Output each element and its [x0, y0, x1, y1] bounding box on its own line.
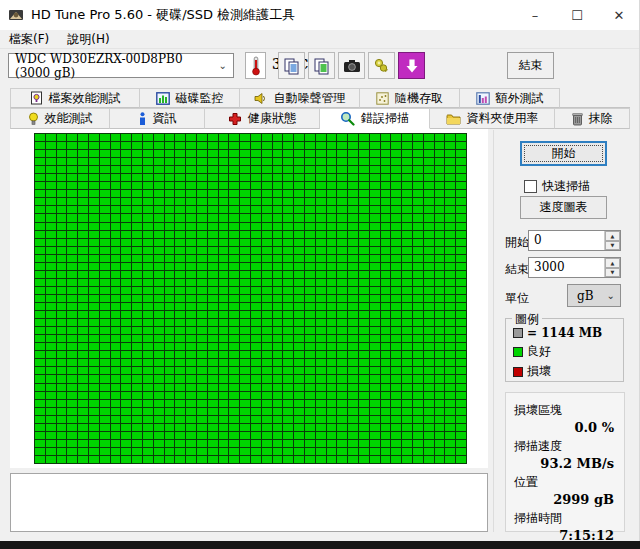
tab-info[interactable]: 資訊 [110, 108, 205, 129]
close-button[interactable]: ✕ [598, 0, 640, 30]
scan-block [67, 279, 77, 286]
scan-block [435, 367, 445, 374]
scan-block [143, 343, 153, 350]
scan-block [327, 295, 337, 302]
maximize-button[interactable]: ☐ [556, 0, 598, 30]
scan-block [327, 416, 337, 423]
scan-block [348, 416, 358, 423]
start-spin-down-icon[interactable]: ▼ [605, 241, 620, 251]
scan-block [305, 367, 315, 374]
scan-block [456, 327, 466, 334]
scan-block [186, 134, 196, 141]
end-spin-up-icon[interactable]: ▲ [605, 258, 620, 268]
copy-image-button[interactable] [308, 52, 335, 79]
scan-block [327, 375, 337, 382]
scan-block [262, 239, 272, 246]
scan-block [154, 158, 164, 165]
end-position-input[interactable]: 3000 ▲ ▼ [528, 257, 621, 278]
scan-block [57, 343, 67, 350]
scan-block [219, 327, 229, 334]
scan-block [262, 408, 272, 415]
scan-block [154, 190, 164, 197]
update-button[interactable] [398, 52, 425, 79]
scan-block [143, 134, 153, 141]
scan-block [316, 166, 326, 173]
scan-block [89, 287, 99, 294]
scan-block [402, 408, 412, 415]
scan-block [381, 279, 391, 286]
scan-block [435, 279, 445, 286]
scan-block [186, 223, 196, 230]
scan-block [154, 375, 164, 382]
speed-map-button[interactable]: 速度圖表 [520, 196, 607, 219]
tab-folder-usage[interactable]: 資料夾使用率 [430, 108, 555, 129]
scan-block [219, 392, 229, 399]
unit-selector[interactable]: gB ⌄ [567, 284, 621, 307]
scan-block [35, 166, 45, 173]
tab-benchmark[interactable]: 效能測試 [10, 108, 110, 129]
scan-block [219, 375, 229, 382]
scan-block [294, 279, 304, 286]
scan-block [251, 271, 261, 278]
scan-block [121, 150, 131, 157]
scan-log-box[interactable] [10, 473, 488, 532]
menu-help[interactable]: 說明(H) [58, 29, 118, 50]
scan-block [197, 408, 207, 415]
tab-error-scan[interactable]: 錯誤掃描 [320, 108, 430, 129]
scan-block [273, 287, 283, 294]
scan-block [46, 303, 56, 310]
minimize-button[interactable]: – [514, 0, 556, 30]
tab-erase[interactable]: 抹除 [555, 108, 630, 129]
start-scan-button[interactable]: 開始 [520, 141, 607, 166]
scan-block [381, 456, 391, 463]
scan-block [35, 448, 45, 455]
tab-file-benchmark[interactable]: 檔案效能測試 [10, 88, 140, 108]
scan-block [359, 367, 369, 374]
scan-block [337, 190, 347, 197]
end-spin-down-icon[interactable]: ▼ [605, 268, 620, 278]
password-button[interactable] [368, 52, 395, 79]
tab-label: 健康狀態 [248, 110, 296, 127]
scan-block [337, 359, 347, 366]
scan-block [132, 150, 142, 157]
scan-block [89, 198, 99, 205]
tab-extra-tests[interactable]: 額外測試 [460, 88, 560, 108]
scan-block [154, 295, 164, 302]
copy-text-button[interactable] [278, 52, 305, 79]
scan-block [67, 359, 77, 366]
scan-block [165, 327, 175, 334]
start-spin-up-icon[interactable]: ▲ [605, 231, 620, 241]
scan-block [251, 303, 261, 310]
tab-aam[interactable]: 自動噪聲管理 [240, 88, 360, 108]
start-position-input[interactable]: 0 ▲ ▼ [528, 230, 621, 251]
scan-block [229, 158, 239, 165]
scan-block [381, 198, 391, 205]
scan-block [348, 448, 358, 455]
screenshot-button[interactable] [338, 52, 365, 79]
scan-block [240, 263, 250, 270]
scan-block [370, 190, 380, 197]
temperature-button[interactable] [245, 52, 266, 79]
tab-disk-monitor[interactable]: 磁碟監控 [140, 88, 240, 108]
scan-block [337, 142, 347, 149]
exit-button[interactable]: 結束 [507, 52, 554, 79]
drive-selector[interactable]: WDC WD30EZRX-00D8PB0 (3000 gB) ⌄ [8, 53, 234, 78]
quick-scan-checkbox[interactable] [524, 180, 537, 193]
scan-block [57, 247, 67, 254]
scan-block [78, 424, 88, 431]
scan-block [359, 239, 369, 246]
scan-block [197, 198, 207, 205]
scan-block [305, 158, 315, 165]
tab-random-access[interactable]: 隨機存取 [360, 88, 460, 108]
scan-block [445, 359, 455, 366]
scan-block [424, 134, 434, 141]
scan-block [175, 311, 185, 318]
scan-block [445, 432, 455, 439]
tab-health[interactable]: 健康狀態 [205, 108, 320, 129]
damaged-blocks-value: 0.0 % [514, 420, 614, 435]
scan-block [424, 150, 434, 157]
menu-file[interactable]: 檔案(F) [0, 29, 58, 50]
scan-block [111, 239, 121, 246]
scan-block [89, 223, 99, 230]
scan-block [273, 351, 283, 358]
